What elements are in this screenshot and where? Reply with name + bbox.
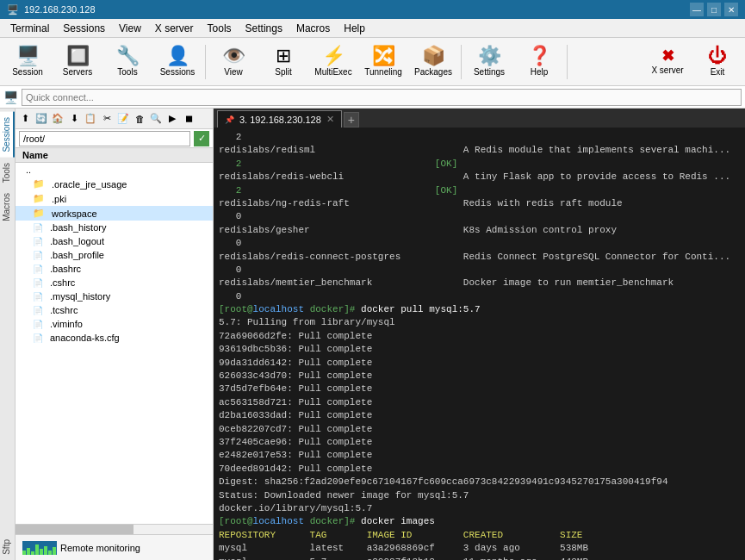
toolbar-tunneling[interactable]: 🔀 Tunneling <box>359 40 407 84</box>
sidebar-item-macros[interactable]: Macros <box>0 188 15 227</box>
split-label: Split <box>275 67 291 77</box>
path-bar: ✓ <box>16 129 213 148</box>
term-line: 93619dbc5b36: Pull complete <box>219 343 740 356</box>
remote-monitoring-label: Remote monitoring <box>60 543 140 553</box>
toolbar-settings[interactable]: ⚙️ Settings <box>465 40 513 84</box>
sidebar-item-sftp[interactable]: Sftp <box>0 534 15 560</box>
menu-view[interactable]: View <box>112 21 148 36</box>
split-icon: ⊞ <box>276 47 291 65</box>
fp-copy-btn[interactable]: 📋 <box>83 111 98 127</box>
terminal-output[interactable]: 2 redislabs/redisml A Redis module that … <box>214 128 745 560</box>
toolbar-xserver[interactable]: ✖ X server <box>643 40 692 84</box>
view-icon: 👁️ <box>222 47 245 65</box>
menu-bar: Terminal Sessions View X server Tools Se… <box>0 19 745 38</box>
scrollbar-thumb <box>16 525 133 534</box>
list-item[interactable]: .. <box>16 163 213 177</box>
term-line: redislabs/redis-webcli A tiny Flask app … <box>219 171 740 184</box>
list-item[interactable]: 📄.tcshrc <box>16 303 213 317</box>
tree-header: Name <box>16 148 213 163</box>
list-item[interactable]: 📄anaconda-ks.cfg <box>16 331 213 345</box>
path-input[interactable] <box>19 131 190 146</box>
close-button[interactable]: ✕ <box>724 3 738 16</box>
prompt-dir2: docker]# <box>304 516 361 526</box>
menu-macros[interactable]: Macros <box>289 21 337 36</box>
fp-refresh-btn[interactable]: 🔄 <box>34 111 49 127</box>
list-item[interactable]: 📄.bash_history <box>16 221 213 234</box>
fp-home-btn[interactable]: 🏠 <box>50 111 65 127</box>
term-line: [root@localhost docker]# docker images <box>219 515 740 528</box>
term-cmd2: docker images <box>361 516 435 526</box>
prompt-dir: docker]# <box>304 304 361 314</box>
toolbar-session[interactable]: 🖥️ Session <box>3 40 52 84</box>
fp-stop-btn[interactable]: ◼ <box>181 111 196 127</box>
list-item[interactable]: 📄.bash_logout <box>16 234 213 248</box>
toolbar-split[interactable]: ⊞ Split <box>259 40 307 84</box>
term-line: 72a69066d2fe: Pull complete <box>219 330 740 343</box>
toolbar-sessions[interactable]: 👤 Sessions <box>153 40 202 84</box>
menu-sessions[interactable]: Sessions <box>56 21 112 36</box>
toolbar-exit[interactable]: ⏻ Exit <box>693 40 742 84</box>
list-item[interactable]: 📄.viminfo <box>16 317 213 331</box>
tab-close-icon[interactable]: ✕ <box>326 114 334 125</box>
term-line: 37f2405cae96: Pull complete <box>219 436 740 449</box>
list-item[interactable]: 📁workspace <box>16 206 213 221</box>
add-tab-button[interactable]: + <box>344 112 359 128</box>
quick-connect-input[interactable] <box>22 89 742 106</box>
menu-settings[interactable]: Settings <box>239 21 289 36</box>
toolbar-help[interactable]: ❓ Help <box>515 40 563 84</box>
path-ok-button[interactable]: ✓ <box>194 131 209 146</box>
minimize-button[interactable]: — <box>690 3 704 16</box>
list-item[interactable]: 📁.oracle_jre_usage <box>16 177 213 191</box>
xserver-icon: ✖ <box>661 48 674 64</box>
term-line: Status: Downloaded newer image for mysql… <box>219 489 740 502</box>
sidebar-item-tools[interactable]: Tools <box>0 158 15 188</box>
maximize-button[interactable]: □ <box>707 3 721 16</box>
file-tree: Name .. 📁.oracle_jre_usage 📁.pki 📁worksp… <box>16 148 213 524</box>
menu-xserver[interactable]: X server <box>148 21 201 36</box>
toolbar-packages[interactable]: 📦 Packages <box>409 40 457 84</box>
terminal-area: 📌 3. 192.168.230.128 ✕ + 2 redislabs/red… <box>214 109 745 560</box>
packages-label: Packages <box>414 67 452 77</box>
list-item[interactable]: 📄.bashrc <box>16 262 213 276</box>
prompt-host: localhost <box>253 304 304 314</box>
fp-delete-btn[interactable]: 🗑 <box>132 111 147 127</box>
title-bar-controls[interactable]: — □ ✕ <box>690 3 738 16</box>
toolbar-tools[interactable]: 🔧 Tools <box>103 40 152 84</box>
toolbar-view[interactable]: 👁️ View <box>209 40 258 84</box>
menu-help[interactable]: Help <box>337 21 372 36</box>
term-line: mysql 5.7 c20987f18b13 11 months ago 448… <box>219 556 740 561</box>
file-panel-toolbar: ⬆ 🔄 🏠 ⬇ 📋 ✂ 📝 🗑 🔍 ▶ ◼ <box>16 109 213 129</box>
servers-icon: 🔲 <box>66 47 90 65</box>
fp-up-btn[interactable]: ⬆ <box>17 111 33 127</box>
term-line: redislabs/redisml A Redis module that im… <box>219 144 740 157</box>
fp-edit-btn[interactable]: 📝 <box>115 111 131 127</box>
fp-download-btn[interactable]: ⬇ <box>66 111 82 127</box>
exit-label: Exit <box>711 67 725 77</box>
toolbar-multiexec[interactable]: ⚡ MultiExec <box>309 40 357 84</box>
term-line: 2 [OK] <box>219 184 740 197</box>
prompt-root2: [root@ <box>219 516 253 526</box>
tab-terminal-1[interactable]: 📌 3. 192.168.230.128 ✕ <box>217 110 342 128</box>
list-item[interactable]: 📄.mysql_history <box>16 289 213 303</box>
toolbar: 🖥️ Session 🔲 Servers 🔧 Tools 👤 Sessions … <box>0 38 745 86</box>
list-item[interactable]: 📄.bash_profile <box>16 248 213 262</box>
sidebar-item-sessions[interactable]: Sessions <box>0 112 15 158</box>
list-item[interactable]: 📁.pki <box>16 191 213 206</box>
term-line: d2ba16033dad: Pull complete <box>219 409 740 422</box>
toolbar-servers[interactable]: 🔲 Servers <box>53 40 102 84</box>
fp-run-btn[interactable]: ▶ <box>165 111 180 127</box>
horizontal-scrollbar[interactable] <box>16 524 213 534</box>
menu-terminal[interactable]: Terminal <box>3 21 56 36</box>
fp-search-btn[interactable]: 🔍 <box>148 111 164 127</box>
menu-tools[interactable]: Tools <box>201 21 239 36</box>
multiexec-icon: ⚡ <box>322 47 345 65</box>
tab-label: 3. 192.168.230.128 <box>239 115 321 125</box>
title-bar: 🖥️ 192.168.230.128 — □ ✕ <box>0 0 745 19</box>
list-item[interactable]: 📄.cshrc <box>16 276 213 289</box>
file-panel: ⬆ 🔄 🏠 ⬇ 📋 ✂ 📝 🗑 🔍 ▶ ◼ ✓ Name .. 📁.oracle… <box>16 109 214 560</box>
servers-label: Servers <box>63 67 92 77</box>
term-line: 5.7: Pulling from library/mysql <box>219 316 740 329</box>
tunneling-icon: 🔀 <box>372 47 395 65</box>
fp-cut-btn[interactable]: ✂ <box>99 111 115 127</box>
term-line: Digest: sha256:f2ad209efe9c67104167fc609… <box>219 476 740 488</box>
